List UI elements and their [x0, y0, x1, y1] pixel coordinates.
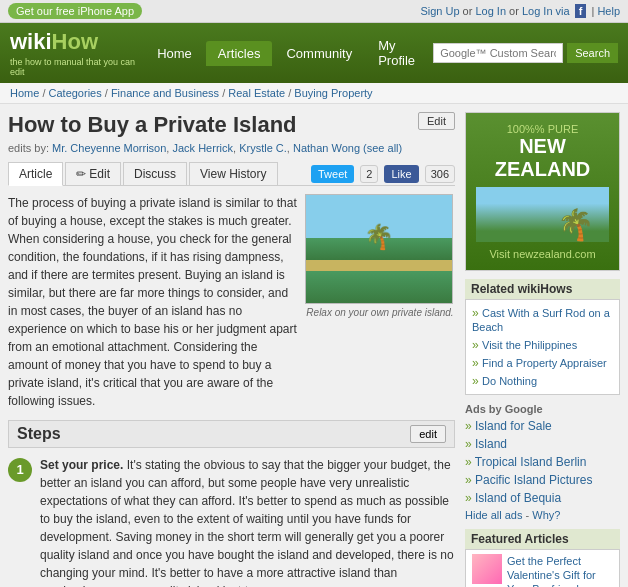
- editor-3[interactable]: Krystle C.: [239, 142, 287, 154]
- logo-area: wikiHow the how to manual that you can e…: [10, 29, 145, 77]
- tab-history[interactable]: View History: [189, 162, 277, 185]
- main-nav: Home Articles Community My Profile: [145, 33, 433, 73]
- featured-item-1-text: Get the Perfect Valentine's Gift for You…: [507, 554, 613, 587]
- sidebar-ad-5: Island of Bequia: [465, 491, 620, 505]
- sidebar-ads-title: Ads by Google: [465, 403, 620, 415]
- step-1-number: 1: [8, 458, 32, 482]
- signup-link[interactable]: Sign Up: [420, 5, 459, 17]
- featured-title: Featured Articles: [465, 529, 620, 550]
- article-body: The process of buying a private island i…: [8, 194, 455, 410]
- related-item-3: Find a Property Appraiser: [472, 354, 613, 372]
- hide-ads-why[interactable]: Why?: [532, 509, 560, 521]
- top-bar: Get our free iPhone App Sign Up or Log I…: [0, 0, 628, 23]
- nav-home[interactable]: Home: [145, 41, 204, 66]
- see-all-link[interactable]: (see all): [363, 142, 402, 154]
- nz-name: NEW ZEALAND: [476, 135, 609, 181]
- related-wikihows-section: Related wikiHows Cast With a Surf Rod on…: [465, 279, 620, 395]
- steps-edit-button[interactable]: edit: [410, 425, 446, 443]
- tweet-button[interactable]: Tweet: [311, 165, 354, 183]
- sidebar-ads-section: Ads by Google Island for Sale Island Tro…: [465, 403, 620, 521]
- nav-articles[interactable]: Articles: [206, 41, 273, 66]
- pencil-icon: ✏: [76, 167, 86, 181]
- featured-articles-section: Featured Articles Get the Perfect Valent…: [465, 529, 620, 587]
- nz-advertisement[interactable]: 100%% PURE NEW ZEALAND 🌴 Visit newzealan…: [465, 112, 620, 271]
- nz-pure-text: 100%% PURE: [476, 123, 609, 135]
- sidebar-ad-1: Island for Sale: [465, 419, 620, 433]
- steps-section-header: Steps edit: [8, 420, 455, 448]
- article-header: Edit How to Buy a Private Island edits b…: [8, 112, 455, 154]
- breadcrumb-categories[interactable]: Categories: [49, 87, 102, 99]
- sidebar: 100%% PURE NEW ZEALAND 🌴 Visit newzealan…: [465, 112, 620, 587]
- breadcrumb-buying[interactable]: Buying Property: [294, 87, 372, 99]
- search-input[interactable]: [433, 43, 563, 63]
- top-bar-auth: Sign Up or Log In or Log In via f | Help: [420, 5, 620, 17]
- content-area: Edit How to Buy a Private Island edits b…: [8, 112, 455, 587]
- like-button[interactable]: Like: [384, 165, 418, 183]
- nav-profile[interactable]: My Profile: [366, 33, 433, 73]
- help-link[interactable]: Help: [597, 5, 620, 17]
- logo-tagline: the how to manual that you can edit: [10, 57, 145, 77]
- featured-thumb-1: [472, 554, 502, 584]
- promo-button[interactable]: Get our free iPhone App: [8, 3, 142, 19]
- article-image: [305, 194, 453, 304]
- nz-landscape-image: 🌴: [476, 187, 609, 242]
- related-item-2: Visit the Philippines: [472, 336, 613, 354]
- login-fb-link[interactable]: Log In via: [522, 5, 570, 17]
- featured-item-1: Get the Perfect Valentine's Gift for You…: [465, 550, 620, 587]
- nz-visit-text: Visit newzealand.com: [476, 248, 609, 260]
- steps-title: Steps: [17, 425, 61, 443]
- palm-tree-icon: 🌴: [557, 207, 594, 242]
- search-area: Search: [433, 43, 618, 63]
- like-count: 306: [425, 165, 455, 183]
- related-wikihows-title: Related wikiHows: [465, 279, 620, 300]
- tab-edit[interactable]: ✏ Edit: [65, 162, 121, 185]
- editor-1[interactable]: Mr. Cheyenne Morrison: [52, 142, 166, 154]
- article-edit-button[interactable]: Edit: [418, 112, 455, 130]
- header: wikiHow the how to manual that you can e…: [0, 23, 628, 83]
- editor-4[interactable]: Nathan Wong: [293, 142, 360, 154]
- related-wikihows-list: Cast With a Surf Rod on a Beach Visit th…: [465, 300, 620, 395]
- related-item-4: Do Nothing: [472, 372, 613, 390]
- search-button[interactable]: Search: [567, 43, 618, 63]
- sidebar-ad-3: Tropical Island Berlin: [465, 455, 620, 469]
- login-link[interactable]: Log In: [475, 5, 506, 17]
- breadcrumb: Home / Categories / Finance and Business…: [0, 83, 628, 104]
- tweet-count: 2: [360, 165, 378, 183]
- article-title: How to Buy a Private Island: [8, 112, 455, 138]
- tab-discuss[interactable]: Discuss: [123, 162, 187, 185]
- image-caption: Relax on your own private island.: [305, 307, 455, 318]
- breadcrumb-realestate[interactable]: Real Estate: [228, 87, 285, 99]
- logo-wiki: wiki: [10, 29, 52, 55]
- hide-ads-link: Hide all ads - Why?: [465, 509, 620, 521]
- step-1-content: Set your price. It's stating the obvious…: [40, 456, 455, 587]
- step-1-title: Set your price.: [40, 458, 123, 472]
- editor-2[interactable]: Jack Herrick: [172, 142, 233, 154]
- breadcrumb-home[interactable]: Home: [10, 87, 39, 99]
- article-tabs: Article ✏ Edit Discuss View History Twee…: [8, 162, 455, 186]
- article-image-area: Relax on your own private island.: [305, 194, 455, 410]
- breadcrumb-finance[interactable]: Finance and Business: [111, 87, 219, 99]
- nav-community[interactable]: Community: [274, 41, 364, 66]
- sidebar-ad-2: Island: [465, 437, 620, 451]
- article-intro: The process of buying a private island i…: [8, 194, 297, 410]
- sidebar-ad-4: Pacific Island Pictures: [465, 473, 620, 487]
- step-1-body: It's stating the obvious to say that the…: [40, 458, 454, 587]
- nz-ad-content: 100%% PURE NEW ZEALAND 🌴 Visit newzealan…: [466, 113, 619, 270]
- step-1: 1 Set your price. It's stating the obvio…: [8, 456, 455, 587]
- social-buttons: Tweet 2 Like 306: [311, 165, 455, 183]
- related-item-1: Cast With a Surf Rod on a Beach: [472, 304, 613, 336]
- logo[interactable]: wikiHow: [10, 29, 145, 55]
- fb-icon: f: [575, 4, 587, 18]
- tab-article[interactable]: Article: [8, 162, 63, 186]
- main-layout: Edit How to Buy a Private Island edits b…: [0, 104, 628, 587]
- article-editors: edits by: Mr. Cheyenne Morrison, Jack He…: [8, 142, 455, 154]
- logo-how: How: [52, 29, 98, 55]
